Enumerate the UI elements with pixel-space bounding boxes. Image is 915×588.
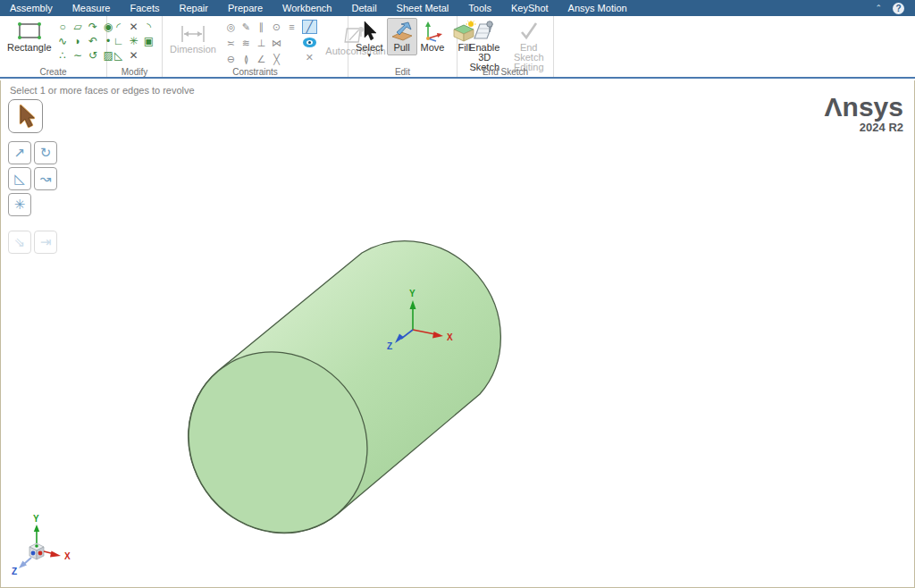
select-dropdown-caret-icon[interactable]: ▾ xyxy=(368,53,372,57)
world-x-arrow xyxy=(50,551,61,558)
x-axis-label: X xyxy=(447,332,453,342)
menu-tab-repair[interactable]: Repair xyxy=(170,1,218,15)
y-axis-label: Y xyxy=(409,289,416,298)
modify-group-label: Modify xyxy=(107,67,162,77)
tangent-constraint-icon[interactable]: ⊖ xyxy=(223,52,239,66)
world-x-label: X xyxy=(64,551,71,561)
constraint-toggles: ╱ ✕ xyxy=(302,20,317,66)
model-viewport[interactable]: Select 1 or more faces or edges to revol… xyxy=(0,80,915,588)
triad-cube-top-dot xyxy=(35,544,38,548)
ribbon-empty-space xyxy=(554,16,915,77)
menu-tab-tools[interactable]: Tools xyxy=(458,1,501,15)
delete-icon[interactable]: ✕ xyxy=(126,48,141,63)
project-icon[interactable]: ▣ xyxy=(141,34,156,48)
extend-icon[interactable]: ✳ xyxy=(126,34,141,48)
select-cursor-icon xyxy=(359,21,379,42)
create-group-label: Create xyxy=(0,67,106,77)
scene-canvas[interactable]: Y X Z Y X Z xyxy=(1,80,914,587)
triad-cube-front-dot xyxy=(31,551,36,556)
spiral-icon[interactable]: ↺ xyxy=(86,48,101,63)
inspect-constraint-icon[interactable]: ◎ xyxy=(223,20,239,34)
end-sketch-check-icon xyxy=(518,21,540,42)
parallel-constraint-icon[interactable]: ∥ xyxy=(254,20,269,34)
ribbon-group-modify: Modify ◜ ✕ ◝ ∟ ✳ ▣ ◺ ✕ xyxy=(107,16,163,77)
arc-icon[interactable]: ↷ xyxy=(86,20,101,34)
dimension-label: Dimension xyxy=(170,45,216,55)
menu-tab-facets[interactable]: Facets xyxy=(120,1,169,15)
sweep-arc-icon[interactable]: ↶ xyxy=(86,34,101,48)
dimension-icon xyxy=(179,24,207,44)
fillet-icon[interactable]: ◜ xyxy=(111,20,126,34)
move-button[interactable]: Move xyxy=(417,18,449,55)
edit-spline-icon[interactable]: ◝ xyxy=(141,20,156,34)
world-y-label: Y xyxy=(33,514,39,524)
equal-length-constraint-icon[interactable]: ≬ xyxy=(239,52,254,66)
menu-tab-sheet-metal[interactable]: Sheet Metal xyxy=(387,1,459,15)
rectangle-button[interactable]: Rectangle xyxy=(4,18,55,55)
world-y-arrow xyxy=(34,525,39,532)
ribbon-toolbar: Create Rectangle ○ ▱ ↷ ◉ ∿ ◗ ↶ • ∴ ∼ ↺ ▨… xyxy=(0,16,915,79)
spline-icon[interactable]: ∿ xyxy=(55,34,71,48)
edit-group-label: Edit xyxy=(348,67,457,77)
symmetry-constraint-icon[interactable]: ⋈ xyxy=(269,36,284,50)
cylinder-body[interactable] xyxy=(152,241,501,569)
menu-tab-ansys-motion[interactable]: Ansys Motion xyxy=(558,1,637,15)
world-z-label: Z xyxy=(12,567,17,576)
menu-tab-prepare[interactable]: Prepare xyxy=(218,1,273,15)
concentric-constraint-icon[interactable]: ⊙ xyxy=(269,20,284,34)
dimension-button[interactable]: Dimension xyxy=(166,21,220,57)
rectangle-label: Rectangle xyxy=(7,43,52,53)
move-icon xyxy=(421,21,444,42)
construction-points-icon[interactable]: ∴ xyxy=(55,48,71,63)
pull-icon xyxy=(390,21,414,42)
chamfer-icon[interactable]: ∟ xyxy=(111,34,126,48)
pull-label: Pull xyxy=(393,43,409,53)
menu-tab-keyshot[interactable]: KeyShot xyxy=(501,1,558,15)
modify-tools-grid: ◜ ✕ ◝ ∟ ✳ ▣ ◺ ✕ xyxy=(111,20,156,63)
equal-constraint-icon[interactable]: ≡ xyxy=(284,20,299,34)
angle-constraint-icon[interactable]: ∠ xyxy=(254,52,269,66)
offset-icon[interactable]: ◺ xyxy=(111,48,126,63)
end-sketch-group-label: End Sketch xyxy=(458,67,553,77)
collapse-ribbon-icon[interactable]: ⌃ xyxy=(864,4,893,13)
menu-tab-measure[interactable]: Measure xyxy=(63,1,121,15)
menu-bar: Assembly Measure Facets Repair Prepare W… xyxy=(0,0,915,16)
enable-3d-sketch-icon xyxy=(472,21,497,42)
construction-line-icon[interactable]: ∼ xyxy=(71,48,86,63)
trim-icon[interactable]: ✕ xyxy=(126,20,141,34)
clear-constraints-icon[interactable]: ✕ xyxy=(306,52,314,63)
z-axis-label: Z xyxy=(387,341,392,351)
sticky-constraint-icon[interactable]: ╱ xyxy=(302,20,317,34)
normal-constraint-icon[interactable]: ╳ xyxy=(269,52,284,66)
circle-icon[interactable]: ○ xyxy=(55,20,71,34)
ribbon-group-constraints: Constraints Dimension ◎ ✎ ∥ ⊙ ≡ ≍ xyxy=(163,16,348,77)
constraints-grid: ◎ ✎ ∥ ⊙ ≡ ≍ ≋ ⊥ ⋈ ⊖ ≬ ∠ ╳ xyxy=(223,18,299,66)
ribbon-group-end-sketch: End Sketch Enable 3D Sketch End Sketch E… xyxy=(458,16,554,77)
pull-button[interactable]: Pull xyxy=(387,18,417,55)
show-constraints-eye-icon[interactable] xyxy=(303,38,316,47)
polygon-icon[interactable]: ▱ xyxy=(71,20,86,34)
ellipse-icon[interactable]: ◗ xyxy=(71,34,86,48)
world-triad[interactable]: Y X Z xyxy=(12,514,71,576)
constraints-group-label: Constraints xyxy=(163,67,348,77)
menu-tab-detail[interactable]: Detail xyxy=(341,1,386,15)
menu-tab-assembly[interactable]: Assembly xyxy=(0,1,63,15)
perpendicular-constraint-icon[interactable]: ⊥ xyxy=(254,36,269,50)
move-label: Move xyxy=(421,43,445,53)
rectangle-icon xyxy=(16,21,43,42)
menu-tab-workbench[interactable]: Workbench xyxy=(273,1,341,15)
help-icon[interactable]: ? xyxy=(893,3,904,14)
pin-constraint-icon[interactable]: ✎ xyxy=(239,20,254,34)
triad-cube-right-dot xyxy=(38,551,43,556)
midpoint-constraint-icon[interactable]: ≍ xyxy=(223,36,239,50)
select-button[interactable]: Select ▾ xyxy=(352,18,387,60)
ribbon-group-create: Create Rectangle ○ ▱ ↷ ◉ ∿ ◗ ↶ • ∴ ∼ ↺ ▨ xyxy=(0,16,107,77)
ribbon-group-edit: Edit Select ▾ Pull Move xyxy=(348,16,458,77)
coincident-constraint-icon[interactable]: ≋ xyxy=(239,36,254,50)
